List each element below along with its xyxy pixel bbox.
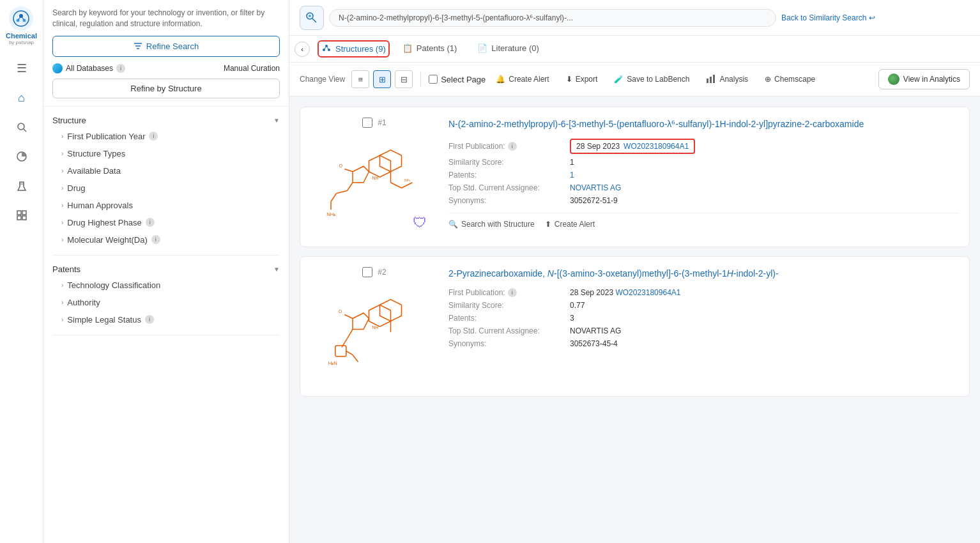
filter-simple-legal-status[interactable]: › Simple Legal Status i (52, 311, 280, 328)
info-icon-db[interactable]: i (116, 64, 125, 73)
export-icon: ⬇ (566, 75, 572, 84)
patents-label-2: Patents: (448, 314, 563, 323)
all-databases-button[interactable]: All Databases i (52, 63, 125, 73)
info-icon-2[interactable]: i (508, 288, 517, 297)
view-analytics-button[interactable]: View in Analytics (878, 69, 970, 89)
result-1-checkbox[interactable] (362, 118, 372, 128)
assignee-value-1[interactable]: NOVARTIS AG (570, 183, 959, 192)
chevron-right-icon: › (61, 150, 63, 157)
pub-date-2: 28 Sep 2023 (570, 288, 615, 297)
manual-curation-label: Manual Curation (224, 64, 280, 73)
structure-filter-section: Structure ▼ › First Publication Year i ›… (52, 107, 280, 256)
compound-name-1[interactable]: N-(2-amino-2-methylpropyl)-6-[3-methyl-5… (448, 118, 959, 131)
structure-chevron-down-icon: ▼ (273, 117, 280, 124)
card-right-1: N-(2-amino-2-methylpropyl)-6-[3-methyl-5… (448, 118, 959, 236)
back-arrow-icon: ↩ (869, 13, 875, 22)
info-icon-mol-weight[interactable]: i (151, 235, 160, 244)
search-with-structure-button-1[interactable]: 🔍 Search with Structure (448, 220, 535, 229)
info-icon-pub-year[interactable]: i (149, 132, 158, 141)
menu-icon[interactable]: ☰ (9, 56, 34, 81)
filter-label: First Publication Year (67, 132, 145, 141)
back-to-similarity-search-button[interactable]: Back to Similarity Search ↩ (781, 13, 875, 22)
save-labench-button[interactable]: 🧪 Save to LabBench (608, 72, 696, 87)
patents-chevron-down-icon: ▼ (273, 266, 280, 273)
svg-rect-49 (335, 346, 346, 356)
filter-structure-types[interactable]: › Structure Types (52, 145, 280, 162)
filter-label: Molecular Weight(Da) (67, 235, 147, 245)
result-2-checkbox[interactable] (362, 267, 372, 277)
info-icon-1[interactable]: i (508, 142, 517, 151)
pub-id-1[interactable]: WO2023180964A1 (624, 142, 689, 151)
filter-drug[interactable]: › Drug (52, 180, 280, 197)
flask-icon[interactable] (9, 173, 34, 199)
svg-rect-11 (22, 211, 26, 215)
logo-icon (9, 6, 33, 31)
filter-authority[interactable]: › Authority (52, 294, 280, 311)
filter-label: Authority (67, 298, 100, 307)
chemscape-button[interactable]: ⊕ Chemscape (758, 72, 822, 87)
icon-bar: Chemical by patsnap ☰ ⌂ (0, 0, 43, 543)
filter-label: Drug Highest Phase (67, 218, 141, 227)
card-view-button[interactable]: ⊞ (373, 70, 391, 88)
info-icon-drug-phase[interactable]: i (146, 218, 155, 227)
tab-patents[interactable]: 📋 Patents (1) (392, 36, 468, 62)
similarity-value-1: 1 (570, 158, 959, 167)
filter-label: Simple Legal Status (67, 315, 141, 325)
tab-literature[interactable]: 📄 Literature (0) (467, 36, 549, 62)
svg-line-18 (312, 19, 316, 22)
chevron-right-icon: › (61, 299, 63, 306)
sidebar: Search by keyword for your technology or… (43, 0, 289, 543)
svg-text:SF₅: SF₅ (404, 178, 411, 182)
result-card-2: #2 (300, 256, 970, 397)
svg-line-23 (324, 46, 326, 50)
refine-structure-button[interactable]: Refine by Structure (52, 79, 280, 98)
filter-available-data[interactable]: › Available Data (52, 162, 280, 180)
synonyms-label-1: Synonyms: (448, 196, 563, 205)
pub-value-1: 28 Sep 2023 WO2023180964A1 (570, 139, 959, 154)
pub-label-2: First Publication: i (448, 288, 563, 297)
list-view-button[interactable]: ≡ (351, 70, 369, 88)
tab-structures[interactable]: Structures (9) (318, 40, 390, 57)
filter-label: Human Approvals (67, 201, 133, 210)
filter-molecular-weight[interactable]: › Molecular Weight(Da) i (52, 231, 280, 249)
patents-filter-section: Patents ▼ › Technology Classification › … (52, 256, 280, 335)
select-page-checkbox[interactable] (429, 75, 438, 84)
create-alert-button-1[interactable]: ⬆ Create Alert (545, 220, 595, 229)
toolbar-divider (420, 72, 421, 87)
svg-line-51 (353, 355, 358, 362)
home-icon[interactable]: ⌂ (9, 85, 34, 111)
search-query-display[interactable]: N-(2-amino-2-methylpropyl)-6-[3-methyl-5… (329, 9, 776, 27)
structure-section-header[interactable]: Structure ▼ (52, 113, 280, 128)
filter-technology-classification[interactable]: › Technology Classification (52, 277, 280, 294)
compound-name-2[interactable]: 2-Pyrazinecarboxamide, N-[(3-amino-3-oxe… (448, 267, 959, 280)
export-button[interactable]: ⬇ Export (560, 72, 604, 87)
patents-value-1[interactable]: 1 (570, 171, 959, 180)
search-icon[interactable] (9, 114, 34, 140)
svg-rect-26 (710, 77, 712, 83)
svg-point-0 (13, 11, 29, 26)
filter-human-approvals[interactable]: › Human Approvals (52, 197, 280, 214)
logo-text: Chemical (6, 32, 37, 40)
svg-line-41 (344, 169, 353, 172)
pub-id-2[interactable]: WO2023180964A1 (615, 288, 680, 297)
analysis-button[interactable]: Analysis (700, 70, 754, 89)
refine-search-button[interactable]: Refine Search (52, 36, 280, 57)
svg-point-6 (18, 123, 24, 130)
filter-label: Technology Classification (67, 280, 160, 290)
top-bar: N-(2-amino-2-methylpropyl)-6-[3-methyl-5… (289, 0, 980, 36)
create-alert-button[interactable]: 🔔 Create Alert (489, 72, 555, 87)
chart-icon[interactable] (9, 144, 34, 169)
svg-text:NH: NH (372, 325, 379, 330)
collapse-sidebar-button[interactable]: ‹ (295, 42, 310, 57)
info-icon-legal[interactable]: i (145, 315, 154, 324)
filter-first-publication-year[interactable]: › First Publication Year i (52, 128, 280, 145)
grid-icon[interactable] (9, 203, 34, 228)
patents-value-2: 3 (570, 314, 959, 323)
select-page-control[interactable]: Select Page (429, 75, 486, 84)
filter-drug-highest-phase[interactable]: › Drug Highest Phase i (52, 214, 280, 231)
svg-rect-13 (22, 216, 26, 220)
patents-section-header[interactable]: Patents ▼ (52, 262, 280, 277)
svg-line-36 (331, 194, 337, 202)
grid-view-button[interactable]: ⊟ (395, 70, 413, 88)
svg-line-54 (344, 315, 353, 319)
